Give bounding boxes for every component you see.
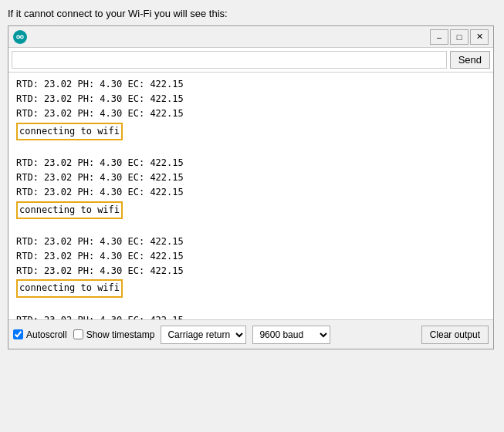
serial-monitor-window: – □ ✕ Send RTD: 23.02 PH: 4.30 EC: 422.1… bbox=[8, 25, 494, 349]
show-timestamp-label[interactable]: Show timestamp bbox=[73, 329, 155, 340]
baud-rate-select[interactable]: 300 baud1200 baud2400 baud4800 baud9600 … bbox=[252, 326, 330, 344]
autoscroll-text: Autoscroll bbox=[26, 329, 67, 340]
arduino-icon bbox=[13, 30, 27, 44]
send-button[interactable]: Send bbox=[450, 51, 490, 69]
window-controls: – □ ✕ bbox=[430, 29, 489, 45]
output-line: RTD: 23.02 PH: 4.30 EC: 422.15 bbox=[16, 92, 485, 106]
output-line: connecting to wifi bbox=[16, 201, 485, 220]
output-line: connecting to wifi bbox=[16, 122, 485, 141]
output-line: RTD: 23.02 PH: 4.30 EC: 422.15 bbox=[16, 235, 485, 249]
output-line: RTD: 23.02 PH: 4.30 EC: 422.15 bbox=[16, 170, 485, 185]
title-bar: – □ ✕ bbox=[8, 26, 493, 48]
input-bar: Send bbox=[8, 48, 493, 73]
line-ending-select[interactable]: No line endingNewlineCarriage returnBoth… bbox=[161, 326, 246, 344]
maximize-button[interactable]: □ bbox=[450, 29, 468, 45]
output-line: RTD: 23.02 PH: 4.30 EC: 422.15 bbox=[16, 185, 485, 200]
autoscroll-label[interactable]: Autoscroll bbox=[13, 329, 67, 340]
output-line bbox=[16, 220, 485, 235]
status-bar: Autoscroll Show timestamp No line ending… bbox=[8, 319, 493, 349]
output-line bbox=[16, 141, 485, 156]
output-line: RTD: 23.02 PH: 4.30 EC: 422.15 bbox=[16, 264, 485, 278]
serial-output: RTD: 23.02 PH: 4.30 EC: 422.15RTD: 23.02… bbox=[8, 73, 493, 319]
minimize-button[interactable]: – bbox=[430, 29, 448, 45]
output-line: connecting to wifi bbox=[16, 278, 485, 298]
output-line bbox=[16, 299, 485, 313]
output-line: RTD: 23.02 PH: 4.30 EC: 422.15 bbox=[16, 249, 485, 264]
output-line: RTD: 23.02 PH: 4.30 EC: 422.15 bbox=[16, 313, 485, 319]
clear-output-button[interactable]: Clear output bbox=[421, 326, 489, 344]
intro-text: If it cannot connect to your Wi-Fi you w… bbox=[8, 8, 496, 19]
close-button[interactable]: ✕ bbox=[470, 29, 489, 45]
output-line: RTD: 23.02 PH: 4.30 EC: 422.15 bbox=[16, 156, 485, 170]
output-line: RTD: 23.02 PH: 4.30 EC: 422.15 bbox=[16, 106, 485, 121]
output-line: RTD: 23.02 PH: 4.30 EC: 422.15 bbox=[16, 77, 485, 92]
message-input[interactable] bbox=[12, 51, 447, 69]
show-timestamp-text: Show timestamp bbox=[86, 329, 155, 340]
show-timestamp-checkbox[interactable] bbox=[73, 329, 83, 339]
autoscroll-checkbox[interactable] bbox=[13, 329, 23, 339]
